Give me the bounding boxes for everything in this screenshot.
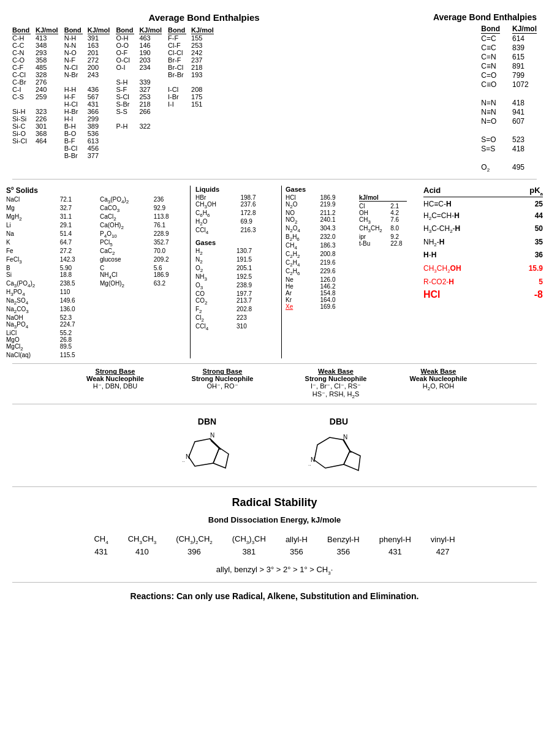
- dbn-svg: N N ··: [180, 433, 235, 478]
- bond-col-4: Bond KJ/mol F-F155 Cl-F253 Cl-Cl242 Br-F…: [168, 26, 214, 159]
- right-section: Average Bond Enthalpies Bond KJ/mol C=C6…: [396, 12, 537, 173]
- gases-right-header: Gases: [286, 186, 352, 193]
- right-bond-grid: Bond KJ/mol C=C614 C≡C839 C=N615 C≡N891 …: [402, 25, 537, 173]
- solids-section: S0 Solids NaCl72.1Ca3(PO4)2236 Mg32.7CaC…: [6, 186, 190, 358]
- col1-h2: KJ/mol: [36, 26, 58, 34]
- svg-text:N: N: [210, 433, 214, 439]
- pka-acid-label: Acid: [423, 186, 441, 197]
- dbu-label: DBU: [308, 417, 369, 426]
- slg-pka-section: S0 Solids NaCl72.1Ca3(PO4)2236 Mg32.7CaC…: [0, 183, 549, 361]
- svg-line-2: [210, 439, 219, 448]
- pka-row-5: H-H 36: [423, 251, 543, 259]
- svg-marker-1: [213, 448, 229, 468]
- nucleophile-section: Strong Base Weak Nucleophile H⁻, DBN, DB…: [0, 368, 549, 399]
- divider-3: [12, 404, 537, 404]
- bond-col-1-header: Bond KJ/mol: [12, 26, 58, 34]
- radical-header-row: CH4 CH3CH3 (CH3)2CH2 (CH3)3CH allyl-H Be…: [84, 533, 464, 546]
- radical-section: Radical Stability Bond Dissociation Ener…: [0, 496, 549, 576]
- kj-section: kJ/mol Cl2.1 OH4.2 CH37.6 CH3CH28.0 ipr9…: [355, 194, 411, 358]
- liquids-grid: HBr198.7 CH3OH237.6 C6H6172.8 H2O69.9 CC…: [195, 194, 276, 235]
- kj-header: kJ/mol: [359, 194, 407, 202]
- divider-1: [12, 179, 537, 180]
- bond-table-grid: Bond KJ/mol C-H413 C-C348 C-N293 C-O358 …: [12, 26, 396, 159]
- dbu-structure: DBU N N ··: [308, 417, 369, 480]
- svg-line-3: [211, 440, 221, 450]
- radical-table-wrapper: CH4 CH3CH3 (CH3)2CH2 (CH3)3CH allyl-H Be…: [0, 533, 549, 558]
- svg-marker-0: [189, 439, 219, 466]
- svg-marker-8: [344, 451, 360, 471]
- divider-2: [12, 363, 537, 364]
- left-bond-title: Average Bond Enthalpies: [12, 12, 396, 23]
- pka-header: Acid pKa: [423, 186, 543, 197]
- nucl-col-2: Strong Base Strong Nucleophile OH⁻, RO⁻: [166, 368, 279, 399]
- svg-line-10: [344, 442, 351, 453]
- radical-value-row: 431 410 396 381 356 356 431 427: [84, 546, 464, 558]
- stability-note: allyl, benzyl > 3° > 2° > 1° > CH3·: [0, 565, 549, 576]
- left-bond-section: Average Bond Enthalpies Bond KJ/mol C-H4…: [12, 12, 396, 173]
- gases-header-middle: Gases: [195, 239, 276, 246]
- nucl-col-1: Strong Base Weak Nucleophile H⁻, DBN, DB…: [65, 368, 166, 399]
- page: Average Bond Enthalpies Bond KJ/mol C-H4…: [0, 0, 549, 613]
- svg-text:··: ··: [308, 463, 311, 468]
- dbn-structure: DBN N N ··: [180, 417, 235, 480]
- bde-title: Bond Dissociation Energy, kJ/mole: [0, 515, 549, 524]
- bond-col-2: Bond KJ/mol N-H391 N-N163 N-O201 N-F272 …: [64, 26, 110, 159]
- dbu-svg: N N ··: [308, 433, 369, 478]
- liquids-gases-section: Liquids HBr198.7 CH3OH237.6 C6H6172.8 H2…: [190, 186, 282, 358]
- nucl-col-4: Weak Base Weak Nucleophile H2O, ROH: [393, 368, 485, 399]
- gases-right-grid: HCl186.9 N2O219.9 NO211.2 NO2240.1 N2O43…: [286, 194, 352, 310]
- reactions-note: Reactions: Can only use Radical, Alkene,…: [0, 591, 549, 601]
- pka-section: Acid pKa HC≡C-H 25 H2C=CH-H 44 H3C-CH2-H…: [423, 186, 543, 358]
- gases-grid-middle: H2130.7 N2191.5 O2205.1 NH3192.5 O3238.9…: [195, 248, 276, 331]
- bond-col-3: Bond KJ/mol O-H463 O-O146 O-F190 O-Cl203…: [116, 26, 162, 159]
- gases-right-section: Gases HCl186.9 N2O219.9 NO211.2 NO2240.1…: [282, 186, 355, 358]
- pka-row-6: CH3CH2OH 15.9: [423, 264, 543, 274]
- bond-col-1: Bond KJ/mol C-H413 C-C348 C-N293 C-O358 …: [12, 26, 58, 159]
- pka-row-1: HC≡C-H 25: [423, 200, 543, 208]
- radical-title: Radical Stability: [0, 496, 549, 509]
- svg-text:··: ··: [182, 459, 184, 464]
- right-bond-title: Average Bond Enthalpies: [402, 12, 537, 22]
- radical-table: CH4 CH3CH3 (CH3)2CH2 (CH3)3CH allyl-H Be…: [84, 533, 464, 558]
- pka-row-8: HCl -8: [423, 289, 543, 300]
- kj-grid: Cl2.1 OH4.2 CH37.6 CH3CH28.0 ipr9.2 t-Bu…: [359, 203, 407, 247]
- dbn-label: DBN: [180, 417, 235, 426]
- pka-row-2: H2C=CH-H 44: [423, 211, 543, 221]
- solids-grid: NaCl72.1Ca3(PO4)2236 Mg32.7CaCO392.9 MgH…: [6, 196, 190, 358]
- divider-5: [12, 582, 537, 583]
- top-section: Average Bond Enthalpies Bond KJ/mol C-H4…: [0, 6, 549, 176]
- col1-h1: Bond: [12, 26, 31, 34]
- structures-section: DBN N N ··: [0, 417, 549, 480]
- pka-row-4: NH2-H 35: [423, 238, 543, 248]
- pka-row-7: R-CO2-H 5: [423, 278, 543, 286]
- pka-value-label: pKa: [529, 186, 543, 197]
- svg-text:N: N: [186, 453, 190, 460]
- svg-text:N: N: [311, 456, 315, 463]
- nucl-col-3: Weak Base Strong Nucleophile I⁻, Br⁻, Cl…: [279, 368, 393, 399]
- liquids-header: Liquids: [195, 186, 276, 193]
- pka-row-3: H3C-CH2-H 50: [423, 224, 543, 234]
- svg-text:N: N: [343, 434, 347, 440]
- divider-4: [12, 486, 537, 487]
